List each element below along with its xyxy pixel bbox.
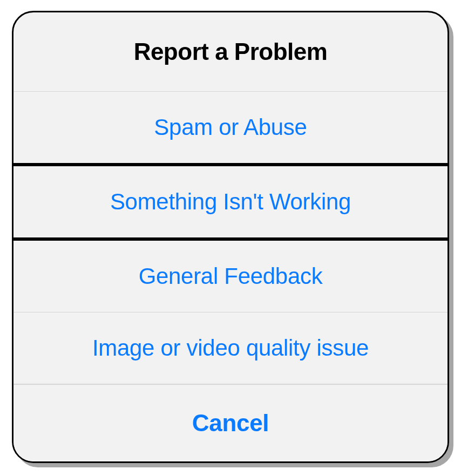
sheet-header: Report a Problem bbox=[13, 12, 448, 92]
option-something-isnt-working[interactable]: Something Isn't Working bbox=[13, 163, 448, 241]
option-spam-or-abuse[interactable]: Spam or Abuse bbox=[13, 92, 448, 164]
option-image-video-quality[interactable]: Image or video quality issue bbox=[13, 312, 448, 384]
option-general-feedback[interactable]: General Feedback bbox=[13, 241, 448, 312]
report-problem-sheet: Report a Problem Spam or Abuse Something… bbox=[12, 11, 449, 463]
sheet-title: Report a Problem bbox=[24, 38, 437, 65]
cancel-button[interactable]: Cancel bbox=[13, 384, 448, 461]
